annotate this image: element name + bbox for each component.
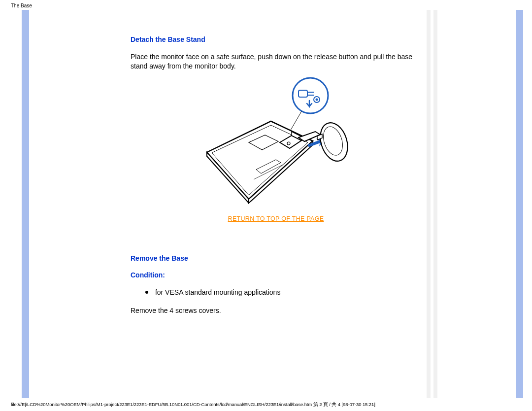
figure-detach-base bbox=[131, 76, 421, 206]
svg-point-5 bbox=[316, 98, 318, 101]
instruction-remove-screws: Remove the 4 screws covers. bbox=[131, 306, 421, 315]
decor-bar-right bbox=[516, 10, 523, 398]
bullet-vesa: for VESA standard mounting applications bbox=[145, 288, 421, 296]
decor-border-1 bbox=[427, 10, 431, 398]
heading-detach-base: Detach the Base Stand bbox=[131, 35, 421, 43]
svg-rect-1 bbox=[299, 90, 307, 97]
bullet-dot-icon bbox=[145, 291, 148, 294]
monitor-detach-illustration bbox=[200, 76, 352, 204]
decor-border-2 bbox=[433, 10, 437, 398]
page-header-title: The Base bbox=[11, 3, 32, 8]
bullet-text-vesa: for VESA standard mounting applications bbox=[155, 288, 281, 296]
heading-condition: Condition: bbox=[131, 271, 421, 279]
main-content: Detach the Base Stand Place the monitor … bbox=[131, 10, 421, 320]
paragraph-detach-base: Place the monitor face on a safe surface… bbox=[131, 52, 421, 71]
footer-file-path: file:///E|/LCD%20Monitor%20OEM/Philips/M… bbox=[11, 402, 375, 408]
heading-remove-base: Remove the Base bbox=[131, 254, 421, 262]
svg-point-8 bbox=[287, 142, 290, 145]
svg-point-9 bbox=[316, 119, 352, 165]
return-to-top-link[interactable]: RETURN TO TOP OF THE PAGE bbox=[131, 215, 421, 222]
decor-bar-left bbox=[22, 10, 29, 398]
